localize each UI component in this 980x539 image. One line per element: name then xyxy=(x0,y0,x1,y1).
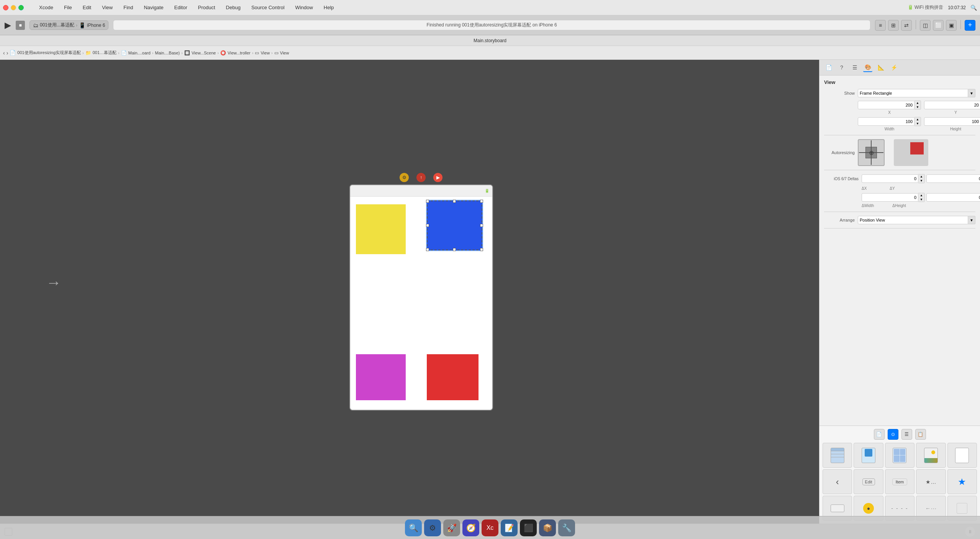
dock-settings[interactable]: ⚙ xyxy=(424,519,441,536)
scene-icon-1[interactable]: ⚙ xyxy=(400,173,409,182)
breadcrumb-item-4[interactable]: Main....Base) xyxy=(155,51,180,55)
autoresizing-vline[interactable] xyxy=(871,140,872,165)
selection-handle-br[interactable] xyxy=(480,248,483,251)
inspector-tab-connections[interactable]: ⚡ xyxy=(889,63,898,72)
breadcrumb-item-1[interactable]: 001使用autoresizing实现屏幕适配 xyxy=(17,50,81,56)
inspector-tab-file[interactable]: 📄 xyxy=(824,63,833,72)
scheme-selector[interactable]: 🗂 001使用...幕适配 › 📱 iPhone 6 xyxy=(29,20,108,30)
breadcrumb-forward[interactable]: › xyxy=(7,50,8,56)
editor-version-button[interactable]: ⇄ xyxy=(901,20,912,31)
menu-help[interactable]: Help xyxy=(321,3,336,12)
x-input[interactable] xyxy=(858,101,914,109)
editor-standard-button[interactable]: ≡ xyxy=(875,20,886,31)
iphone-content[interactable] xyxy=(350,197,492,410)
y-input[interactable] xyxy=(924,101,980,109)
stop-button[interactable]: ■ xyxy=(16,21,25,30)
dock-terminal[interactable]: ⬛ xyxy=(520,519,537,536)
comp-text-view[interactable] xyxy=(947,443,977,468)
menu-find[interactable]: Find xyxy=(121,3,135,12)
dw-decrement[interactable]: ▼ xyxy=(918,197,924,202)
breadcrumb-item-5[interactable]: View...Scene xyxy=(192,51,216,55)
yellow-square[interactable] xyxy=(356,204,406,254)
menu-product[interactable]: Product xyxy=(196,3,218,12)
add-button[interactable]: + xyxy=(965,20,975,31)
breadcrumb-item-8[interactable]: View xyxy=(280,51,289,55)
dock-finder[interactable]: 🔍 xyxy=(405,519,422,536)
inspector-tab-identity[interactable]: ☰ xyxy=(850,63,859,72)
search-icon[interactable]: 🔍 xyxy=(970,5,977,11)
show-input[interactable]: Frame Rectangle xyxy=(858,89,968,97)
x-decrement[interactable]: ▼ xyxy=(914,105,921,109)
dock-app1[interactable]: 📦 xyxy=(539,519,556,536)
arrange-dropdown-btn[interactable]: ▼ xyxy=(968,216,975,224)
menu-navigate[interactable]: Navigate xyxy=(141,3,166,12)
comp-edit-btn[interactable]: Edit xyxy=(854,469,883,494)
menu-debug[interactable]: Debug xyxy=(224,3,243,12)
dh-input[interactable] xyxy=(926,193,980,202)
height-input[interactable] xyxy=(924,117,980,126)
dx-increment[interactable]: ▲ xyxy=(918,174,924,179)
canvas-area[interactable]: → ⚙ ↑ ▶ 🔋 xyxy=(0,60,819,524)
comp-collection-view[interactable] xyxy=(885,443,914,468)
utilities-button[interactable]: ▣ xyxy=(946,20,957,31)
dx-input[interactable] xyxy=(862,174,918,183)
library-tab-file[interactable]: 📄 xyxy=(874,429,885,440)
selection-handle-ml[interactable] xyxy=(426,224,429,227)
close-button[interactable] xyxy=(3,5,8,10)
menu-window[interactable]: Window xyxy=(293,3,315,12)
show-dropdown-btn[interactable]: ▼ xyxy=(968,89,975,97)
menu-xcode[interactable]: Xcode xyxy=(37,3,56,12)
breadcrumb-back[interactable]: ‹ xyxy=(3,50,5,56)
scene-icon-2[interactable]: ↑ xyxy=(416,173,426,182)
debug-area-button[interactable]: ⬜ xyxy=(933,20,944,31)
comp-image-view[interactable] xyxy=(916,443,946,468)
dx-stepper[interactable]: ▲ ▼ xyxy=(918,174,925,183)
selection-handle-bl[interactable] xyxy=(426,248,429,251)
inspector-tab-help[interactable]: ? xyxy=(837,63,846,72)
breadcrumb-item-7[interactable]: View xyxy=(261,51,270,55)
menu-file[interactable]: File xyxy=(62,3,74,12)
comp-back-btn[interactable]: ‹ xyxy=(823,469,852,494)
comp-bar-btn[interactable]: Item xyxy=(885,469,914,494)
dock-launchpad[interactable]: 🚀 xyxy=(443,519,460,536)
selection-handle-bm[interactable] xyxy=(453,248,456,251)
library-tab-media[interactable]: ☰ xyxy=(901,429,912,440)
red-square[interactable] xyxy=(427,354,479,400)
dx-decrement[interactable]: ▼ xyxy=(918,179,924,183)
x-increment[interactable]: ▲ xyxy=(914,101,921,105)
dock-safari[interactable]: 🧭 xyxy=(462,519,479,536)
arrange-input[interactable] xyxy=(858,216,968,224)
inspector-tab-size[interactable]: 📐 xyxy=(876,63,885,72)
width-decrement[interactable]: ▼ xyxy=(914,122,921,126)
navigator-button[interactable]: ◫ xyxy=(920,20,931,31)
dw-increment[interactable]: ▲ xyxy=(918,193,924,197)
menu-edit[interactable]: Edit xyxy=(80,3,93,12)
dock-xcode[interactable]: Xc xyxy=(482,519,498,536)
dw-stepper[interactable]: ▲ ▼ xyxy=(918,193,925,202)
library-tab-components[interactable]: ⊙ xyxy=(888,429,898,440)
x-stepper[interactable]: ▲ ▼ xyxy=(914,100,921,110)
dy-input[interactable] xyxy=(926,174,980,183)
width-input[interactable] xyxy=(858,117,914,126)
width-stepper[interactable]: ▲ ▼ xyxy=(914,117,921,126)
comp-table-view-ctrl[interactable] xyxy=(854,443,883,468)
library-tab-snippets[interactable]: 📋 xyxy=(915,429,926,440)
inspector-tab-attributes[interactable]: 🎨 xyxy=(863,63,872,72)
autoresizing-diagram[interactable]: ⊕ xyxy=(858,139,885,166)
blue-square-selected[interactable] xyxy=(427,200,482,250)
dock-app2[interactable]: 🔧 xyxy=(558,519,575,536)
dock-notes[interactable]: 📝 xyxy=(501,519,518,536)
scene-icon-3[interactable]: ▶ xyxy=(433,173,442,182)
maximize-button[interactable] xyxy=(18,5,24,10)
comp-star-more[interactable]: ★… xyxy=(916,469,946,494)
selection-handle-mr[interactable] xyxy=(480,224,483,227)
run-button[interactable]: ▶ xyxy=(5,20,11,30)
selection-handle-tl[interactable] xyxy=(426,200,429,203)
comp-star-btn[interactable]: ★ xyxy=(947,469,977,494)
selection-handle-tm[interactable] xyxy=(453,200,456,203)
editor-assistant-button[interactable]: ⊞ xyxy=(888,20,899,31)
width-increment[interactable]: ▲ xyxy=(914,117,921,122)
breadcrumb-item-3[interactable]: Main....oard xyxy=(128,51,151,55)
menu-source-control[interactable]: Source Control xyxy=(249,3,287,12)
breadcrumb-item-2[interactable]: 001…幕适配 xyxy=(93,50,116,56)
